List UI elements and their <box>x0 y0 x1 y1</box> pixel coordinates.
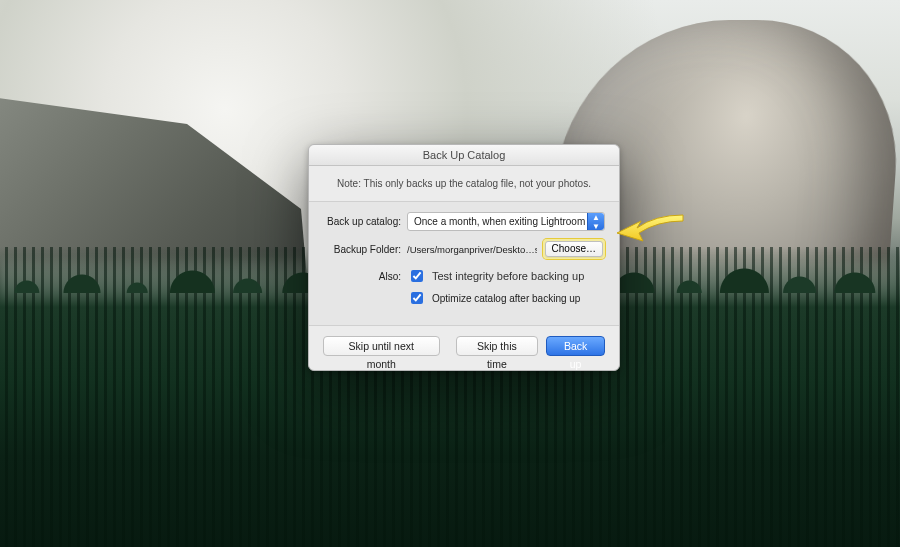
checkbox-optimize-catalog[interactable] <box>411 292 423 304</box>
skip-until-next-month-button[interactable]: Skip until next month <box>323 336 440 356</box>
select-arrows-icon: ▲▼ <box>587 213 604 230</box>
row-backup-catalog: Back up catalog: Once a month, when exit… <box>323 212 605 231</box>
select-backup-frequency-value: Once a month, when exiting Lightroom <box>414 216 585 227</box>
label-backup-folder: Backup Folder: <box>323 244 401 255</box>
back-up-button[interactable]: Back up <box>546 336 605 356</box>
dialog-content: Back up catalog: Once a month, when exit… <box>309 201 619 326</box>
select-backup-frequency[interactable]: Once a month, when exiting Lightroom ▲▼ <box>407 212 605 231</box>
choose-highlight: Choose… <box>543 239 605 259</box>
label-test-integrity: Test integrity before backing up <box>432 270 584 282</box>
backup-folder-path: /Users/morganpriver/Deskto…s/Template LR… <box>407 244 537 255</box>
dialog-title: Back Up Catalog <box>309 145 619 166</box>
choose-folder-button[interactable]: Choose… <box>545 241 603 257</box>
row-backup-folder: Backup Folder: /Users/morganpriver/Deskt… <box>323 239 605 259</box>
label-also: Also: <box>323 271 401 282</box>
dialog-note: Note: This only backs up the catalog fil… <box>309 166 619 201</box>
row-optimize: Optimize catalog after backing up <box>407 289 605 307</box>
dialog-footer: Skip until next month Skip this time Bac… <box>309 326 619 370</box>
backup-dialog: Back Up Catalog Note: This only backs up… <box>308 144 620 371</box>
label-backup-catalog: Back up catalog: <box>323 216 401 227</box>
skip-this-time-button[interactable]: Skip this time <box>456 336 539 356</box>
label-optimize-catalog: Optimize catalog after backing up <box>432 293 580 304</box>
row-also: Also: Test integrity before backing up <box>323 267 605 285</box>
checkbox-test-integrity[interactable] <box>411 270 423 282</box>
